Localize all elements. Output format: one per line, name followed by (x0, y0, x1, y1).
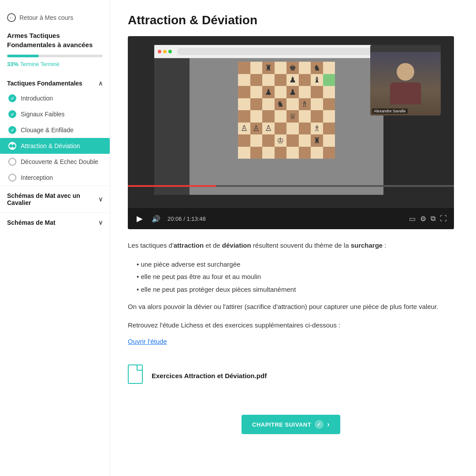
next-arrow-icon: › (327, 420, 330, 428)
video-player: ♜ ♚ ♞ ♟ ♝ (128, 36, 454, 229)
check-icon-signaux (8, 110, 16, 118)
volume-button[interactable]: 🔊 (150, 215, 162, 223)
description-para1: Les tactiques d'attraction et de déviati… (128, 240, 454, 251)
time-display: 20:06 / 1:13:48 (167, 216, 206, 222)
browser-bar (154, 45, 383, 58)
chevron-up-icon: ∧ (98, 80, 103, 87)
progress-bar-container (7, 55, 103, 57)
subtitles-icon[interactable]: ▭ (409, 215, 416, 223)
btn-check-icon: ✓ (315, 420, 324, 429)
current-time: 20:06 (167, 216, 182, 222)
video-controls: ▶ 🔊 20:06 / 1:13:48 ▭ ⚙ ⧉ ⛶ (128, 208, 454, 229)
fullscreen-icon[interactable]: ⛶ (440, 215, 447, 223)
desc-word2: déviation (222, 242, 251, 249)
chevron-down-icon-2: ∨ (98, 219, 103, 226)
nav-item-introduction[interactable]: Introduction (0, 90, 110, 106)
chess-sidebar-sim (154, 58, 190, 195)
back-link[interactable]: ← Retour à Mes cours (0, 9, 110, 31)
sidebar: ← Retour à Mes cours Armes Tactiques Fon… (0, 0, 110, 476)
browser-dot-red (158, 50, 161, 53)
desc-word1: attraction (174, 242, 204, 249)
webcam-overlay: Alexandre Savalle (370, 45, 441, 115)
bullet-1: une pièce adverse est surchargée (137, 258, 454, 271)
nav-item-decouverte[interactable]: Découverte & Echec Double (0, 154, 110, 170)
total-time: 1:13:48 (186, 216, 205, 222)
active-icon-attraction (8, 142, 16, 150)
pdf-attachment[interactable]: Exercices Attraction et Déviation.pdf (128, 357, 454, 394)
address-bar (177, 48, 380, 55)
back-icon: ← (7, 13, 16, 22)
description-para3: Retrouvez l'étude Lichess et des exercic… (128, 320, 454, 331)
next-chapter-button[interactable]: CHAPITRE SUIVANT ✓ › (242, 415, 340, 434)
nav-item-attraction[interactable]: Attraction & Déviation (0, 138, 110, 154)
section-header-tactiques[interactable]: Tactiques Fondamentales ∧ (0, 74, 110, 90)
chess-area: ♜ ♚ ♞ ♟ ♝ (154, 45, 383, 195)
bullet-2: elle ne peut pas être au four et au moul… (137, 271, 454, 283)
desc-mid1: et de (204, 242, 222, 249)
person-body (390, 82, 421, 104)
section-header-schemas-cavalier[interactable]: Schémas de Mat avec un Cavalier ∨ (0, 186, 110, 212)
bullet-list: une pièce adverse est surchargée elle ne… (137, 258, 454, 296)
progress-label: 33% Terminé Terminé (0, 59, 110, 74)
chevron-down-icon-1: ∨ (98, 196, 103, 203)
desc-mid3: : (383, 242, 386, 249)
nav-label-signaux: Signaux Faibles (21, 111, 65, 118)
nav-item-signaux[interactable]: Signaux Faibles (0, 106, 110, 122)
nav-item-clouage[interactable]: Clouage & Enfilade (0, 122, 110, 138)
webcam-person (370, 52, 441, 115)
nav-label-decouverte: Découverte & Echec Double (21, 158, 98, 165)
pdf-filename: Exercices Attraction et Déviation.pdf (152, 372, 267, 379)
pdf-icon-shape (128, 364, 143, 384)
check-icon-clouage (8, 126, 16, 134)
description-para2: On va alors pouvoir la dévier ou l'attir… (128, 301, 454, 312)
person-head (397, 63, 414, 81)
pending-icon-interception (8, 174, 16, 182)
next-chapter-label: CHAPITRE SUIVANT (252, 421, 311, 428)
section-label-tactiques: Tactiques Fondamentales (7, 80, 82, 87)
browser-dot-yellow (163, 50, 167, 53)
nav-label-introduction: Introduction (21, 95, 53, 102)
pending-icon-decouverte (8, 158, 16, 166)
nav-label-interception: Interception (21, 174, 53, 181)
section-header-schemas-mat[interactable]: Schémas de Mat ∨ (0, 212, 110, 232)
webcam-label: Alexandre Savalle (372, 108, 408, 114)
ouvrir-etude-link[interactable]: Ouvrir l'étude (128, 338, 167, 345)
video-screen[interactable]: ♜ ♚ ♞ ♟ ♝ (128, 36, 454, 208)
next-btn-wrapper: CHAPITRE SUIVANT ✓ › (128, 406, 454, 434)
browser-dot-green (168, 50, 172, 53)
progress-pct: 33% (7, 61, 19, 67)
course-title: Armes Tactiques Fondamentales à avancées (0, 31, 110, 55)
desc-word3: surcharge (351, 242, 383, 249)
desc-intro: Les tactiques d' (128, 242, 174, 249)
settings-icon[interactable]: ⚙ (420, 215, 426, 223)
chessboard: ♜ ♚ ♞ ♟ ♝ (238, 62, 335, 159)
pdf-icon (128, 364, 145, 387)
nav-item-interception[interactable]: Interception (0, 170, 110, 186)
progress-bar-fill (7, 55, 39, 57)
back-label: Retour à Mes cours (19, 14, 73, 21)
video-progress-track[interactable] (128, 185, 454, 187)
desc-mid2: résultent souvent du thème de la (251, 242, 351, 249)
video-controls-right: ▭ ⚙ ⧉ ⛶ (409, 215, 447, 223)
bullet-3: elle ne peut pas protéger deux pièces si… (137, 283, 454, 296)
nav-label-attraction: Attraction & Déviation (21, 142, 80, 149)
chess-content: ♜ ♚ ♞ ♟ ♝ (154, 58, 383, 195)
check-icon-introduction (8, 94, 16, 102)
play-button[interactable]: ▶ (135, 214, 145, 223)
video-progress-played (128, 185, 216, 187)
section-label-schemas-mat: Schémas de Mat (7, 219, 56, 226)
page-title: Attraction & Déviation (128, 13, 454, 27)
progress-text: Terminé (20, 61, 39, 67)
main-content: Attraction & Déviation (110, 0, 472, 476)
section-label-schemas-cavalier: Schémas de Mat avec un Cavalier (7, 192, 98, 206)
progress-terminé: Terminé (41, 61, 60, 67)
nav-label-clouage: Clouage & Enfilade (21, 126, 74, 134)
pip-icon[interactable]: ⧉ (431, 215, 435, 223)
